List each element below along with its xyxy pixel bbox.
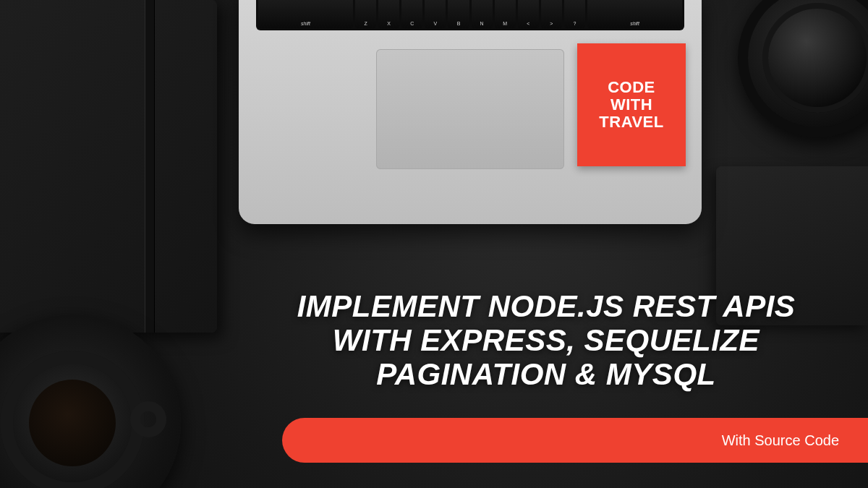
key-gt: > [541, 0, 562, 28]
key-b: B [448, 0, 469, 28]
key-shift-left: shift [258, 0, 353, 28]
key-z: Z [355, 0, 376, 28]
desk-background: shift Z X C V B N M < > ? shift CODE WIT… [0, 0, 868, 488]
title-line2: WITH EXPRESS, SEQUELIZE [231, 323, 861, 357]
notebook-elastic-band [145, 0, 155, 333]
logo-line3: TRAVEL [599, 114, 663, 131]
key-v: V [425, 0, 446, 28]
key-lt: < [518, 0, 539, 28]
coffee-cup [0, 314, 181, 488]
title-line3: PAGINATION & MYSQL [231, 357, 861, 391]
logo-line2: WITH [610, 96, 652, 114]
subtitle-text: With Source Code [722, 432, 839, 449]
key-shift-right: shift [587, 0, 682, 28]
camera-lens [738, 0, 868, 137]
notebook-left [0, 0, 217, 333]
subtitle-pill: With Source Code [282, 418, 868, 463]
touchpad [376, 49, 564, 169]
logo-sticker: CODE WITH TRAVEL [577, 43, 686, 166]
keyboard: shift Z X C V B N M < > ? shift [256, 0, 684, 30]
key-c: C [401, 0, 422, 28]
cup-handle [130, 401, 166, 437]
coffee-liquid [29, 380, 116, 466]
key-m: M [495, 0, 516, 28]
main-title: IMPLEMENT NODE.JS REST APIS WITH EXPRESS… [231, 289, 861, 391]
key-slash: ? [564, 0, 585, 28]
key-n: N [472, 0, 493, 28]
key-x: X [378, 0, 399, 28]
laptop: shift Z X C V B N M < > ? shift CODE WIT… [239, 0, 702, 224]
logo-line1: CODE [608, 79, 655, 96]
title-line1: IMPLEMENT NODE.JS REST APIS [231, 289, 861, 323]
